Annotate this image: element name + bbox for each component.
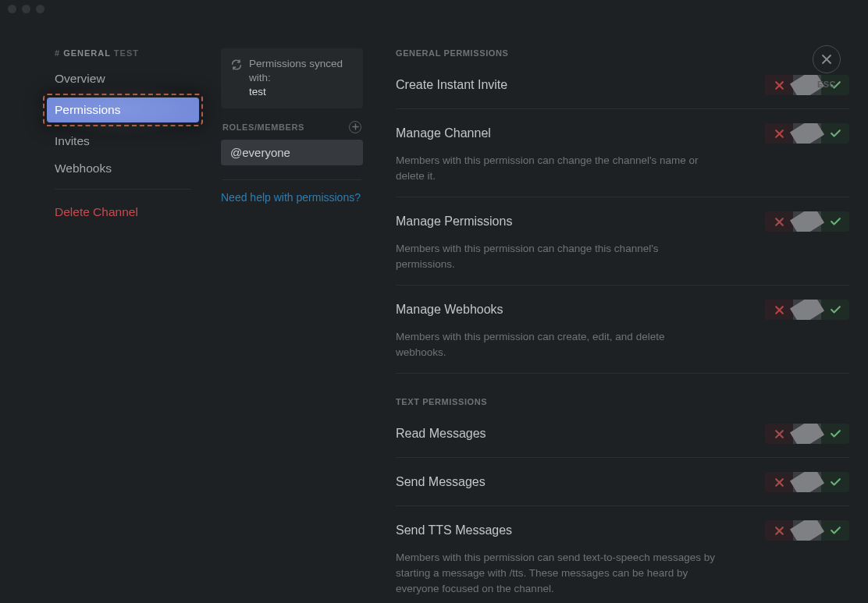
- close-control: ESC: [813, 45, 841, 89]
- role-item-everyone[interactable]: @everyone: [221, 140, 363, 165]
- window-titlebar: [0, 0, 868, 17]
- toggle-allow[interactable]: [821, 211, 849, 232]
- sync-target: test: [249, 85, 354, 99]
- toggle-allow[interactable]: [821, 300, 849, 320]
- permission-label: Send Messages: [396, 475, 486, 489]
- breadcrumb-channel: GENERAL: [63, 48, 111, 58]
- breadcrumb-prefix: #: [55, 48, 60, 58]
- roles-separator: [222, 179, 361, 180]
- traffic-light-close[interactable]: [8, 5, 16, 13]
- add-role-button[interactable]: [349, 121, 361, 133]
- toggle-allow[interactable]: [821, 472, 849, 492]
- sidebar-item-permissions[interactable]: Permissions: [47, 98, 199, 122]
- traffic-light-minimize[interactable]: [22, 5, 30, 13]
- permission-create-instant-invite: Create Instant Invite: [396, 75, 849, 109]
- close-button[interactable]: [813, 45, 841, 73]
- sidebar-separator: [55, 189, 191, 190]
- toggle-deny[interactable]: [765, 123, 793, 144]
- sidebar-item-webhooks[interactable]: Webhooks: [47, 156, 199, 181]
- sync-status-box: Permissions synced with: test: [221, 48, 363, 108]
- permission-send-messages: Send Messages: [396, 472, 849, 506]
- sidebar-item-delete-channel[interactable]: Delete Channel: [47, 200, 199, 225]
- toggle-neutral[interactable]: [793, 424, 821, 444]
- permissions-content: GENERAL PERMISSIONS Create Instant Invit…: [377, 17, 868, 603]
- toggle-deny[interactable]: [765, 472, 793, 492]
- permission-toggle: [765, 300, 849, 320]
- permission-label: Manage Webhooks: [396, 303, 503, 317]
- sidebar-item-invites[interactable]: Invites: [47, 129, 199, 154]
- toggle-neutral[interactable]: [793, 123, 821, 144]
- permission-description: Members with this permission can send te…: [396, 550, 716, 596]
- toggle-neutral[interactable]: [793, 520, 821, 541]
- permission-manage-channel: Manage Channel Members with this permiss…: [396, 123, 849, 197]
- toggle-allow[interactable]: [821, 520, 849, 541]
- toggle-neutral[interactable]: [793, 211, 821, 232]
- roles-panel: Permissions synced with: test ROLES/MEMB…: [207, 17, 377, 603]
- permissions-help-link[interactable]: Need help with permissions?: [221, 191, 363, 204]
- permission-description: Members with this permission can create,…: [396, 329, 716, 360]
- permission-toggle: [765, 472, 849, 492]
- permission-read-messages: Read Messages: [396, 424, 849, 458]
- permission-description: Members with this permission can change …: [396, 241, 716, 271]
- toggle-deny[interactable]: [765, 520, 793, 541]
- toggle-deny[interactable]: [765, 211, 793, 232]
- permission-toggle: [765, 211, 849, 232]
- permission-manage-permissions: Manage Permissions Members with this per…: [396, 211, 849, 286]
- toggle-neutral[interactable]: [793, 472, 821, 492]
- permission-description: Members with this permission can change …: [396, 153, 716, 183]
- settings-sidebar: # GENERAL TEST Overview Permissions Invi…: [0, 17, 207, 603]
- sidebar-item-overview[interactable]: Overview: [47, 66, 199, 91]
- permission-toggle: [765, 123, 849, 144]
- tutorial-highlight: Permissions: [43, 94, 203, 126]
- toggle-allow[interactable]: [821, 123, 849, 144]
- permission-toggle: [765, 424, 849, 444]
- permission-label: Read Messages: [396, 427, 486, 441]
- roles-header-label: ROLES/MEMBERS: [222, 122, 304, 132]
- permission-label: Send TTS Messages: [396, 523, 512, 537]
- section-title-general: GENERAL PERMISSIONS: [396, 48, 849, 58]
- section-title-text: TEXT PERMISSIONS: [396, 397, 849, 406]
- toggle-deny[interactable]: [765, 300, 793, 320]
- permission-label: Manage Permissions: [396, 215, 512, 229]
- toggle-allow[interactable]: [821, 424, 849, 444]
- sync-label: Permissions synced with:: [249, 58, 343, 83]
- breadcrumb-suffix: TEST: [114, 48, 139, 58]
- permission-manage-webhooks: Manage Webhooks Members with this permis…: [396, 300, 849, 374]
- toggle-deny[interactable]: [765, 75, 793, 95]
- toggle-neutral[interactable]: [793, 300, 821, 320]
- permission-send-tts-messages: Send TTS Messages Members with this perm…: [396, 520, 849, 603]
- permission-toggle: [765, 520, 849, 541]
- permission-label: Manage Channel: [396, 126, 491, 140]
- esc-label: ESC: [813, 80, 841, 89]
- sync-icon: [230, 59, 243, 71]
- toggle-deny[interactable]: [765, 424, 793, 444]
- permission-label: Create Instant Invite: [396, 78, 507, 92]
- breadcrumb: # GENERAL TEST: [55, 48, 191, 58]
- traffic-light-maximize[interactable]: [36, 5, 44, 13]
